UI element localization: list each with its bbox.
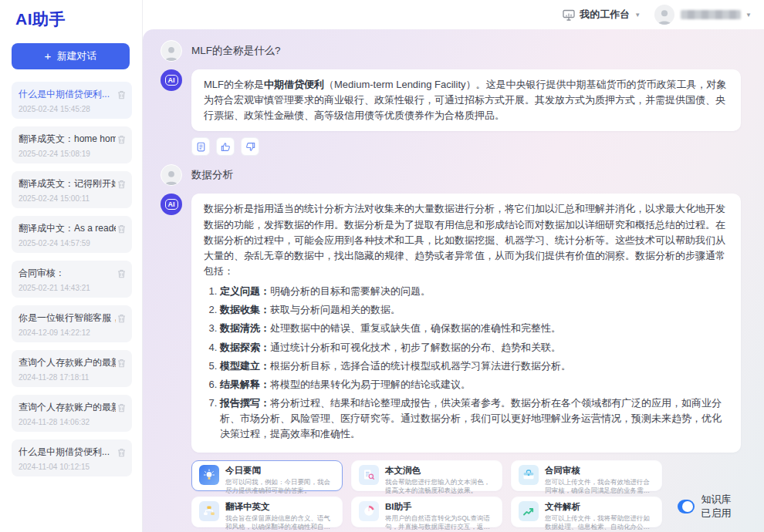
conversation-title: 查询个人存款账户的最新...	[19, 401, 116, 414]
trash-icon[interactable]	[117, 133, 126, 147]
feature-card[interactable]: 翻译中英文 我会旨在保留原始信息的含义、语气和风格，以确保翻译的准确性和自然流畅…	[191, 497, 343, 527]
conversation-title: 翻译成中文：As a reader...	[19, 222, 116, 235]
knowledge-base-toggle[interactable]	[678, 500, 695, 513]
thumbs-down-button[interactable]	[241, 137, 259, 156]
ai-message: AI 数据分析是指用适当的统计分析方法对收集来的大量数据进行分析，将它们加以汇总…	[161, 194, 741, 453]
step-term: 数据收集：	[220, 304, 270, 315]
new-chat-label: 新建对话	[56, 49, 96, 63]
new-chat-button[interactable]: 新建对话	[12, 43, 130, 69]
user-avatar	[161, 40, 182, 62]
conversation-timestamp: 2024-11-04 10:12:15	[19, 463, 125, 471]
trash-icon[interactable]	[117, 89, 126, 103]
sidebar: AI助手 新建对话 什么是中期借贷便利... 2025-02-24 15:45:…	[0, 0, 143, 532]
top-bar: 我的工作台 ▼ ▼	[143, 0, 764, 29]
workspace-menu[interactable]: 我的工作台 ▼	[563, 8, 641, 22]
feature-card[interactable]: BI助手 将用户的自然语言转化为SQL查询语句，并直接与数据库进行交互，返回智能…	[351, 497, 502, 527]
step-term: 报告撰写：	[220, 397, 270, 409]
feature-card-title: 文件解析	[545, 501, 654, 512]
step-term: 数据探索：	[220, 342, 270, 353]
feature-card-description: 我会帮助您进行您输入的文本润色，提高文本的流畅度和表达效果。	[385, 478, 495, 495]
conversation-title: 什么是中期借贷便利...	[19, 88, 116, 101]
analysis-step: 数据收集：获取与分析问题相关的数据。	[220, 302, 729, 318]
conversation-list: 什么是中期借贷便利... 2025-02-24 15:45:28 翻译成英文：h…	[0, 82, 142, 476]
conversation-item[interactable]: 你是一位银行智能客服，... 2024-12-09 14:22:12	[12, 305, 132, 342]
analysis-step: 数据探索：通过统计分析和可视化技术，初步了解数据的分布、趋势和关联。	[220, 340, 729, 355]
feature-card[interactable]: 今日要闻 您可以问我，例如：今日要闻，我会尽力提供准确和可靠的答案。	[191, 460, 343, 491]
step-desc: 通过统计分析和可视化技术，初步了解数据的分布、趋势和关联。	[270, 342, 561, 353]
copy-icon	[196, 142, 206, 152]
trash-icon[interactable]	[117, 178, 126, 192]
feature-card[interactable]: 文件解析 您可以上传文件，我将帮助您进行如数据处理、信息检索、自动化办公等。	[511, 497, 662, 527]
feature-card-title: 本文润色	[385, 465, 495, 476]
user-message: 数据分析	[161, 164, 741, 186]
conversation-item[interactable]: 什么是中期借贷便利... 2025-02-24 15:45:28	[12, 82, 132, 119]
step-term: 模型建立：	[220, 360, 270, 372]
chevron-down-icon: ▼	[634, 12, 641, 19]
thumbs-up-icon	[221, 142, 231, 152]
analysis-steps-list: 定义问题：明确分析的目标和需要解决的问题。数据收集：获取与分析问题相关的数据。数…	[204, 284, 729, 442]
user-message-text: 数据分析	[191, 168, 233, 182]
conversation-timestamp: 2024-11-28 14:06:32	[19, 418, 125, 426]
user-name-redacted	[681, 10, 741, 19]
chevron-down-icon[interactable]: ▼	[745, 12, 752, 19]
doc-polish-icon	[359, 465, 379, 485]
workspace-label: 我的工作台	[580, 8, 630, 22]
user-avatar	[161, 164, 182, 186]
app-window: AI助手 新建对话 什么是中期借贷便利... 2025-02-24 15:45:…	[0, 0, 764, 532]
feature-card[interactable]: 本文润色 我会帮助您进行您输入的文本润色，提高文本的流畅度和表达效果。	[351, 460, 502, 491]
quick-actions-row: 今日要闻 您可以问我，例如：今日要闻，我会尽力提供准确和可靠的答案。 本文润色 …	[191, 460, 741, 527]
trash-icon[interactable]	[117, 223, 126, 237]
user-avatar[interactable]	[654, 5, 674, 25]
analysis-step: 模型建立：根据分析目标，选择合适的统计模型或机器学习算法进行数据分析。	[220, 359, 729, 374]
step-desc: 将分析过程、结果和结论整理成报告，供决策者参考。数据分析在各个领域都有广泛的应用…	[220, 397, 722, 439]
step-term: 结果解释：	[220, 379, 270, 390]
step-desc: 根据分析目标，选择合适的统计模型或机器学习算法进行数据分析。	[270, 360, 571, 372]
conversation-item[interactable]: 合同审核： 2025-02-21 14:43:21	[12, 261, 132, 298]
conversation-item[interactable]: 翻译成英文：记得刚开始... 2025-02-24 15:00:11	[12, 171, 132, 208]
trash-icon[interactable]	[117, 357, 126, 371]
step-desc: 将模型的结果转化为易于理解的结论或建议。	[270, 379, 471, 390]
chat-panel: MLF的全称是什么? AI MLF的全称是中期借贷便利（Medium-term …	[143, 29, 764, 532]
conversation-title: 翻译成英文：home home	[19, 133, 116, 146]
step-desc: 处理数据中的错误、重复或缺失值，确保数据的准确性和完整性。	[270, 322, 561, 334]
step-desc: 获取与分析问题相关的数据。	[270, 304, 401, 315]
conversation-item[interactable]: 翻译成英文：home home 2025-02-24 15:08:19	[12, 126, 132, 163]
conversation-timestamp: 2024-11-28 17:18:11	[19, 373, 125, 382]
thumbs-up-button[interactable]	[216, 137, 235, 156]
trash-icon[interactable]	[117, 312, 126, 326]
feature-card-description: 您可以问我，例如：今日要闻，我会尽力提供准确和可靠的答案。	[225, 478, 335, 495]
conversation-item[interactable]: 查询个人存款账户的最新... 2024-11-28 14:06:32	[12, 395, 132, 432]
conversation-timestamp: 2024-12-09 14:22:12	[19, 328, 125, 337]
trash-icon[interactable]	[117, 446, 126, 460]
ai-message-card: MLF的全称是中期借贷便利（Medium-term Lending Facili…	[191, 69, 741, 131]
feature-card-title: 今日要闻	[225, 465, 335, 476]
knowledge-base-toggle-row: 知识库已启用	[678, 493, 741, 520]
monitor-icon	[563, 9, 575, 21]
conversation-timestamp: 2025-02-24 15:00:11	[19, 194, 125, 203]
conversation-timestamp: 2025-02-21 14:43:21	[19, 284, 125, 292]
analysis-step: 报告撰写：将分析过程、结果和结论整理成报告，供决策者参考。数据分析在各个领域都有…	[220, 396, 729, 442]
user-message-text: MLF的全称是什么?	[191, 44, 281, 58]
ai-avatar: AI	[161, 69, 182, 91]
analysis-step: 结果解释：将模型的结果转化为易于理解的结论或建议。	[220, 377, 729, 392]
app-logo: AI助手	[0, 0, 142, 30]
conversation-item[interactable]: 什么是中期借贷便利... 2024-11-04 10:12:15	[12, 439, 132, 476]
trash-icon[interactable]	[117, 268, 126, 281]
conversation-item[interactable]: 翻译成中文：As a reader... 2025-02-24 14:57:59	[12, 216, 132, 253]
conversation-title: 翻译成英文：记得刚开始...	[19, 177, 116, 190]
trend-icon	[519, 501, 539, 521]
step-term: 定义问题：	[220, 285, 270, 297]
ai-intro-text: 数据分析是指用适当的统计分析方法对收集来的大量数据进行分析，将它们加以汇总和理解…	[204, 203, 725, 277]
trash-icon[interactable]	[117, 402, 126, 416]
thumbs-down-icon	[245, 142, 255, 152]
analysis-step: 定义问题：明确分析的目标和需要解决的问题。	[220, 284, 729, 299]
conversation-timestamp: 2025-02-24 15:45:28	[19, 105, 125, 113]
step-desc: 明确分析的目标和需要解决的问题。	[270, 285, 431, 297]
conversation-item[interactable]: 查询个人存款账户的最新... 2024-11-28 17:18:11	[12, 350, 132, 387]
knowledge-base-toggle-label: 知识库已启用	[701, 493, 741, 520]
translate-icon	[199, 501, 219, 521]
ai-text: MLF的全称是	[204, 79, 264, 90]
feature-card[interactable]: 合同审核 您可以上传文件，我会有效地进行合同审核，确保合同满足您的业务需求。	[511, 460, 662, 491]
copy-button[interactable]	[191, 137, 210, 156]
feature-card-description: 您可以上传文件，我将帮助您进行如数据处理、信息检索、自动化办公等。	[545, 514, 654, 531]
